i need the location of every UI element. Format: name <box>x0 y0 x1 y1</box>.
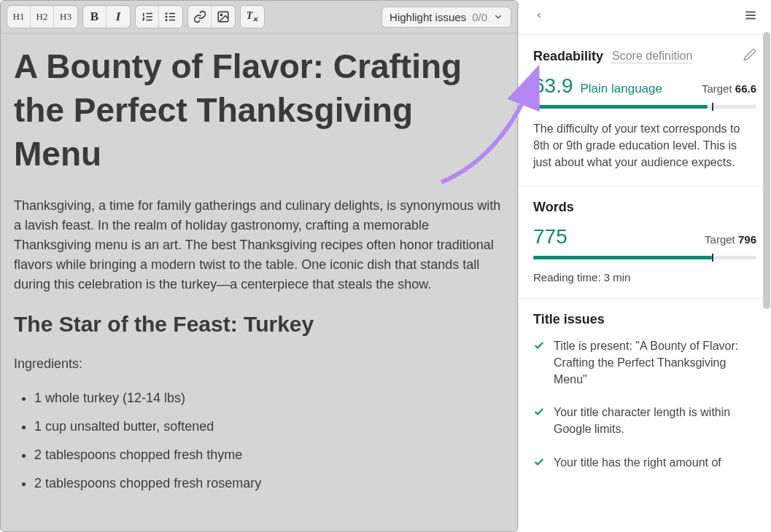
title-issues-section: Title issues Title is present: "A Bounty… <box>519 299 771 503</box>
reading-time: Reading time: 3 min <box>533 271 756 283</box>
list-item: Title is present: "A Bounty of Flavor: C… <box>533 337 756 388</box>
list-item: 1 cup unsalted butter, softened <box>34 417 504 437</box>
h2-button[interactable]: H2 <box>31 6 54 28</box>
check-icon <box>533 339 545 388</box>
hamburger-icon <box>743 9 758 22</box>
link-icon <box>193 10 206 23</box>
editor-pane: H1 H2 H3 B I T✕ <box>0 0 518 532</box>
clear-format-button[interactable]: T✕ <box>241 6 264 28</box>
heading-group: H1 H2 H3 <box>7 5 78 28</box>
document-title: A Bounty of Flavor: Crafting the Perfect… <box>14 45 504 176</box>
list-group <box>135 5 183 28</box>
readability-target: Target 66.6 <box>702 82 756 95</box>
list-item: Your title has the right amount of <box>533 454 756 472</box>
readability-label: Plain language <box>581 82 662 96</box>
chevron-down-icon <box>493 12 503 22</box>
bold-button[interactable]: B <box>83 6 106 28</box>
list-item: Your title character length is within Go… <box>533 404 756 437</box>
insert-group <box>187 5 236 28</box>
highlight-issues-dropdown[interactable]: Highlight issues 0/0 <box>381 7 511 28</box>
score-definition-link[interactable]: Score definition <box>612 50 692 63</box>
section-heading: The Star of the Feast: Turkey <box>14 312 504 337</box>
h3-button[interactable]: H3 <box>54 6 77 28</box>
back-button[interactable] <box>529 7 549 28</box>
editor-content[interactable]: A Bounty of Flavor: Crafting the Perfect… <box>1 34 517 532</box>
format-group: B I <box>82 5 131 28</box>
sidebar-body[interactable]: Readability Score definition 63.9 Plain … <box>519 35 771 532</box>
title-issues-title: Title issues <box>533 312 605 327</box>
h1-button[interactable]: H1 <box>7 6 31 28</box>
svg-point-10 <box>220 14 222 15</box>
edit-button[interactable] <box>743 48 756 64</box>
clear-format-icon: T✕ <box>247 10 259 23</box>
progress-fill <box>533 256 712 259</box>
words-section: Words 775 Target 796 Reading time: 3 min <box>519 187 771 299</box>
readability-section: Readability Score definition 63.9 Plain … <box>519 35 771 187</box>
ordered-list-button[interactable] <box>136 6 159 28</box>
sidebar-panel: Readability Score definition 63.9 Plain … <box>518 0 771 532</box>
scrollbar[interactable] <box>763 32 770 309</box>
intro-paragraph: Thanksgiving, a time for family gatherin… <box>14 196 504 294</box>
highlight-label: Highlight issues <box>390 11 466 23</box>
highlight-count: 0/0 <box>472 11 487 23</box>
unordered-list-button[interactable] <box>159 6 182 28</box>
check-icon <box>533 455 545 472</box>
editor-toolbar: H1 H2 H3 B I T✕ <box>1 1 517 34</box>
readability-description: The difficulty of your text corresponds … <box>533 120 756 171</box>
words-title: Words <box>533 200 574 215</box>
list-item: 2 tablespoons chopped fresh rosemary <box>34 474 504 493</box>
unordered-list-icon <box>164 10 177 23</box>
words-value: 775 <box>533 225 567 249</box>
svg-point-7 <box>166 16 167 17</box>
italic-button[interactable]: I <box>106 6 130 28</box>
title-issues-list: Title is present: "A Bounty of Flavor: C… <box>533 337 756 472</box>
sidebar-header <box>519 0 771 35</box>
image-button[interactable] <box>212 6 235 28</box>
words-target: Target 796 <box>705 233 756 246</box>
svg-point-6 <box>166 13 167 15</box>
image-icon <box>217 10 230 23</box>
words-progress <box>533 256 756 259</box>
progress-fill <box>533 105 708 109</box>
progress-target-marker <box>712 254 713 262</box>
clear-group: T✕ <box>240 5 265 28</box>
readability-title: Readability <box>533 49 603 64</box>
ordered-list-icon <box>141 10 154 23</box>
list-item: 2 tablespoons chopped fresh thyme <box>34 445 504 465</box>
ingredients-label: Ingredients: <box>14 354 504 374</box>
chevron-left-icon <box>535 9 543 21</box>
readability-score: 63.9 <box>533 74 573 98</box>
svg-point-8 <box>166 20 167 21</box>
list-item: 1 whole turkey (12-14 lbs) <box>34 388 504 408</box>
ingredients-list: 1 whole turkey (12-14 lbs) 1 cup unsalte… <box>14 388 504 493</box>
menu-button[interactable] <box>740 6 761 28</box>
progress-target-marker <box>712 103 713 111</box>
link-button[interactable] <box>188 6 212 28</box>
pencil-icon <box>743 48 756 61</box>
readability-progress <box>533 105 756 109</box>
check-icon <box>533 405 545 437</box>
